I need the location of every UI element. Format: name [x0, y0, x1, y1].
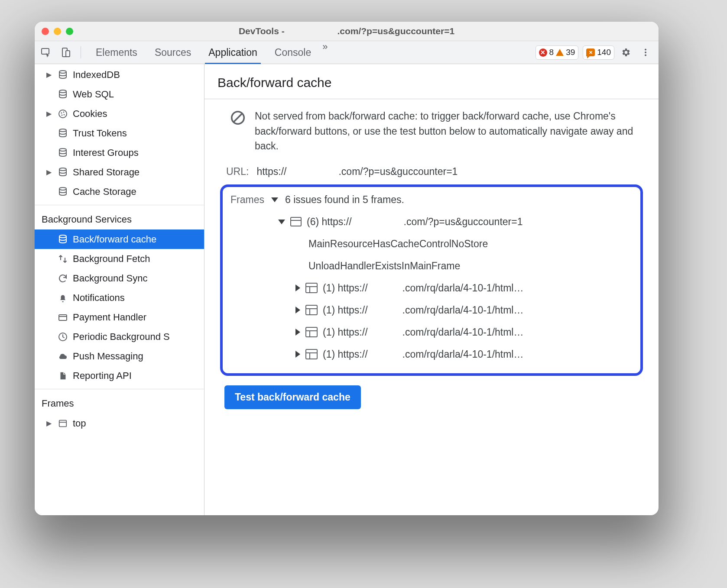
child-frame-row[interactable]: (1) https://.com/rq/darla/4-10-1/html…	[230, 343, 633, 365]
error-count: 8	[549, 48, 554, 57]
chevron-down-icon	[271, 197, 278, 202]
toolbar: Elements Sources Application Console » ✕…	[35, 41, 659, 64]
tab-console[interactable]: Console	[266, 41, 320, 64]
prohibit-icon	[230, 110, 246, 126]
database-icon	[57, 167, 68, 178]
sidebar-item-background-fetch[interactable]: Background Fetch	[35, 249, 204, 268]
bell-icon	[57, 293, 68, 303]
warning-icon	[556, 49, 564, 56]
swap-icon	[57, 254, 68, 264]
chevron-right-icon	[295, 329, 300, 336]
settings-button[interactable]	[617, 44, 634, 61]
child-frame-label: (1) https://.com/rq/darla/4-10-1/html…	[323, 349, 523, 360]
frame-icon	[305, 327, 318, 337]
close-window-button[interactable]	[42, 28, 49, 35]
sidebar-item-label: Reporting API	[73, 370, 132, 381]
status-row: Not served from back/forward cache: to t…	[215, 109, 648, 166]
svg-point-11	[64, 114, 65, 115]
svg-point-13	[59, 129, 66, 132]
child-frame-label: (1) https://.com/rq/darla/4-10-1/html…	[323, 282, 523, 294]
sidebar-item-periodic-background-sync[interactable]: Periodic Background S	[35, 327, 204, 346]
sidebar-item-back-forward-cache[interactable]: Back/forward cache	[35, 229, 204, 249]
database-icon	[57, 148, 68, 158]
test-bfcache-button[interactable]: Test back/forward cache	[224, 385, 361, 409]
sidebar-item-background-sync[interactable]: Background Sync	[35, 268, 204, 288]
more-tabs-icon[interactable]: »	[320, 41, 330, 64]
console-issues-chip[interactable]: ✕ 8 39	[536, 45, 579, 60]
body: ▶IndexedDBWeb SQL▶CookiesTrust TokensInt…	[35, 64, 659, 515]
sidebar-item-label: IndexedDB	[73, 69, 120, 81]
chevron-right-icon: ▶	[45, 419, 53, 427]
sidebar-item-cache-storage[interactable]: Cache Storage	[35, 182, 204, 201]
divider	[35, 389, 204, 389]
svg-point-7	[59, 90, 66, 93]
sidebar-item-label: Notifications	[73, 292, 125, 304]
sidebar-item-notifications[interactable]: Notifications	[35, 288, 204, 307]
child-frame-suffix: .com/rq/darla/4-10-1/html…	[402, 349, 524, 360]
frame-icon	[305, 283, 318, 293]
child-frame-label: (1) https://.com/rq/darla/4-10-1/html…	[323, 304, 523, 316]
frame-root-row[interactable]: (6) https://.com/?p=us&guccounter=1	[230, 211, 633, 233]
url-prefix: https://	[256, 166, 286, 177]
url-value: https://.com/?p=us&guccounter=1	[256, 166, 458, 178]
window-title: DevTools - .com/?p=us&guccounter=1	[35, 26, 659, 36]
sidebar-item-label: Web SQL	[73, 89, 114, 100]
cloud-icon	[57, 351, 68, 362]
sidebar-item-trust-tokens[interactable]: Trust Tokens	[35, 123, 204, 143]
tab-sources[interactable]: Sources	[146, 41, 200, 64]
zoom-window-button[interactable]	[66, 28, 73, 35]
sidebar-item-label: Push Messaging	[73, 351, 143, 362]
svg-point-5	[645, 54, 646, 56]
database-icon	[57, 89, 68, 100]
minimize-window-button[interactable]	[54, 28, 61, 35]
file-icon	[57, 371, 68, 381]
child-frame-row[interactable]: (1) https://.com/rq/darla/4-10-1/html…	[230, 299, 633, 321]
sidebar-item-shared-storage[interactable]: ▶Shared Storage	[35, 162, 204, 182]
more-options-button[interactable]	[637, 44, 654, 61]
sidebar-item-reporting-api[interactable]: Reporting API	[35, 366, 204, 385]
issues-icon: ✕	[586, 48, 595, 56]
tab-elements[interactable]: Elements	[87, 41, 146, 64]
child-frame-row[interactable]: (1) https://.com/rq/darla/4-10-1/html…	[230, 321, 633, 343]
sidebar-item-cookies[interactable]: ▶Cookies	[35, 104, 204, 123]
sidebar-item-web-sql[interactable]: Web SQL	[35, 84, 204, 104]
sync-icon	[57, 273, 68, 284]
sidebar-item-push-messaging[interactable]: Push Messaging	[35, 346, 204, 366]
button-label: Test back/forward cache	[235, 391, 351, 403]
issues-chip[interactable]: ✕ 140	[583, 45, 614, 60]
database-icon	[57, 128, 68, 139]
cookies-icon	[57, 109, 68, 119]
sidebar-item-label: Background Sync	[73, 273, 147, 284]
tab-label: Sources	[155, 47, 191, 58]
sidebar-item-payment-handler[interactable]: Payment Handler	[35, 307, 204, 327]
child-frame-row[interactable]: (1) https://.com/rq/darla/4-10-1/html…	[230, 277, 633, 299]
chevron-right-icon	[295, 351, 300, 358]
device-toggle-icon[interactable]	[57, 44, 75, 61]
chevron-right-icon	[295, 307, 300, 313]
svg-rect-21	[59, 420, 67, 426]
url-label: URL:	[226, 166, 249, 178]
chevron-right-icon: ▶	[45, 168, 53, 176]
svg-point-12	[62, 114, 63, 116]
frames-header[interactable]: Frames 6 issues found in 5 frames.	[230, 191, 633, 211]
sidebar-item-indexeddb[interactable]: ▶IndexedDB	[35, 65, 204, 84]
child-frame-suffix: .com/rq/darla/4-10-1/html…	[402, 282, 524, 294]
sidebar-item-label: Payment Handler	[73, 312, 146, 323]
url-suffix: .com/?p=us&guccounter=1	[338, 166, 458, 177]
sidebar-item-top[interactable]: ▶top	[35, 414, 204, 433]
panel-tabs: Elements Sources Application Console »	[87, 41, 330, 64]
status-chips: ✕ 8 39 ✕ 140	[536, 45, 614, 60]
frame-rows: (6) https://.com/?p=us&guccounter=1 Main…	[230, 211, 633, 365]
tab-label: Elements	[96, 47, 137, 58]
inspect-element-icon[interactable]	[37, 44, 55, 61]
sidebar-item-interest-groups[interactable]: Interest Groups	[35, 143, 204, 162]
frames-box: Frames 6 issues found in 5 frames. (6) h…	[220, 184, 643, 376]
database-icon	[57, 70, 68, 80]
sidebar-item-label: Back/forward cache	[73, 234, 156, 245]
tab-application[interactable]: Application	[200, 41, 266, 64]
frame-root-suffix: .com/?p=us&guccounter=1	[404, 216, 523, 227]
frame-icon	[57, 419, 68, 428]
titlebar: DevTools - .com/?p=us&guccounter=1	[35, 22, 659, 41]
child-frame-prefix: (1) https://	[323, 304, 368, 316]
window-controls	[42, 28, 73, 35]
